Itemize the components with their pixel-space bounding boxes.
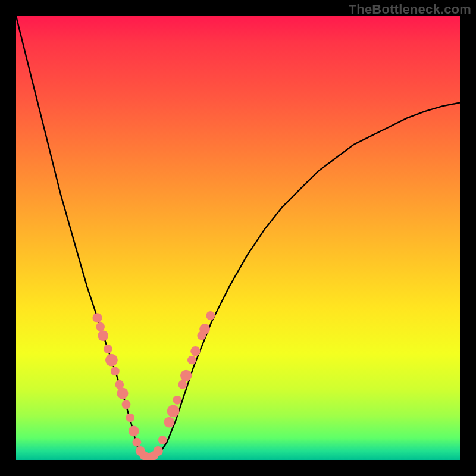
highlight-dot	[206, 311, 215, 320]
highlight-dot	[115, 380, 124, 389]
highlight-dot	[154, 446, 163, 456]
highlight-dot	[158, 436, 167, 444]
highlight-dots	[92, 311, 215, 460]
highlight-dot	[129, 426, 139, 437]
highlight-dot	[187, 356, 196, 365]
highlight-dot	[164, 417, 175, 428]
highlight-dot	[117, 388, 128, 399]
highlight-dot	[178, 380, 187, 389]
highlight-dot	[96, 322, 105, 331]
bottleneck-curve	[16, 16, 460, 458]
highlight-dot	[133, 438, 142, 447]
highlight-dot	[105, 354, 118, 367]
highlight-dot	[92, 313, 102, 322]
highlight-dot	[98, 330, 108, 341]
chart-svg	[16, 16, 460, 460]
highlight-dot	[173, 396, 181, 405]
highlight-dot	[111, 367, 120, 375]
highlight-dot	[199, 324, 210, 334]
plot-area	[16, 16, 460, 460]
highlight-dot	[104, 345, 112, 353]
watermark-label: TheBottleneck.com	[349, 2, 471, 17]
highlight-dot	[167, 405, 180, 418]
highlight-dot	[126, 414, 134, 422]
highlight-dot	[190, 346, 200, 356]
highlight-dot	[180, 370, 192, 381]
outer-frame: TheBottleneck.com	[0, 0, 476, 476]
highlight-dot	[122, 400, 131, 409]
